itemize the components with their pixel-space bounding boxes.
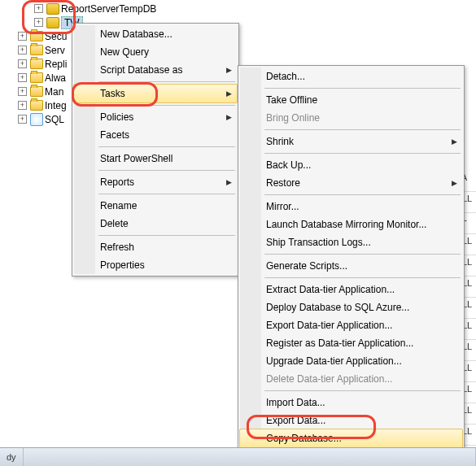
menu-item-rename[interactable]: Rename	[74, 197, 237, 215]
expand-icon[interactable]: +	[18, 46, 27, 54]
menu-item-start-powershell[interactable]: Start PowerShell	[74, 150, 237, 168]
expand-icon[interactable]: +	[18, 73, 27, 82]
menu-item-detach[interactable]: Detach...	[240, 68, 462, 85]
expand-icon[interactable]: +	[18, 115, 27, 124]
status-text: dy	[0, 448, 24, 466]
menu-item-label: Detach...	[266, 71, 305, 82]
tree-label: SQL	[45, 114, 64, 125]
menu-item-script-database-as[interactable]: Script Database as▶	[74, 61, 237, 79]
tree-label: Secu	[45, 31, 67, 42]
menu-separator	[98, 81, 235, 82]
submenu-arrow-icon: ▶	[226, 178, 232, 186]
expand-icon[interactable]: +	[18, 87, 27, 96]
menu-item-generate-scripts[interactable]: Generate Scripts...	[240, 257, 462, 275]
menu-item-label: Start PowerShell	[100, 153, 172, 164]
menu-separator	[264, 153, 461, 154]
menu-item-label: Facets	[100, 129, 129, 141]
folder-icon	[30, 45, 43, 55]
tree-label: Serv	[45, 45, 65, 56]
menu-item-delete-data-tier-application: Delete Data-tier Application...	[240, 370, 462, 388]
submenu-arrow-icon: ▶	[452, 137, 457, 146]
menu-item-import-data[interactable]: Import Data...	[240, 394, 462, 412]
expand-icon[interactable]: +	[18, 59, 27, 68]
menu-item-label: Mirror...	[266, 201, 299, 212]
menu-separator	[98, 170, 235, 171]
menu-item-label: Launch Database Mirroring Monitor...	[266, 219, 426, 230]
expand-icon[interactable]: +	[18, 32, 27, 41]
menu-item-new-query[interactable]: New Query	[74, 43, 237, 61]
menu-item-label: Import Data...	[266, 397, 325, 408]
expand-icon[interactable]: +	[18, 101, 27, 110]
menu-item-label: Restore	[266, 177, 300, 189]
expand-icon[interactable]: +	[34, 18, 43, 27]
menu-separator	[98, 146, 235, 147]
menu-item-delete[interactable]: Delete	[74, 215, 237, 233]
sql-agent-icon	[30, 113, 43, 126]
menu-item-mirror[interactable]: Mirror...	[240, 198, 462, 216]
menu-item-label: Export Data-tier Application...	[266, 320, 392, 331]
menu-item-label: Properties	[100, 259, 145, 271]
menu-item-label: Register as Data-tier Application...	[266, 338, 413, 349]
menu-item-extract-data-tier-application[interactable]: Extract Data-tier Application...	[240, 281, 462, 298]
submenu-arrow-icon: ▶	[226, 89, 232, 98]
menu-item-tasks[interactable]: Tasks▶	[73, 84, 238, 103]
menu-item-label: Back Up...	[266, 159, 311, 171]
menu-item-restore[interactable]: Restore▶	[240, 174, 462, 192]
menu-item-label: Extract Data-tier Application...	[266, 284, 395, 295]
menu-separator	[264, 254, 461, 255]
menu-item-label: Upgrade Data-tier Application...	[266, 355, 402, 367]
menu-item-label: Rename	[100, 200, 137, 211]
menu-separator	[264, 277, 461, 278]
folder-icon	[30, 31, 43, 41]
menu-item-policies[interactable]: Policies▶	[74, 108, 237, 126]
menu-item-upgrade-data-tier-application[interactable]: Upgrade Data-tier Application...	[240, 352, 462, 370]
menu-item-export-data[interactable]: Export Data...	[240, 412, 462, 429]
tree-label: Alwa	[45, 72, 66, 84]
menu-item-label: Bring Online	[266, 112, 320, 124]
menu-separator	[264, 390, 461, 391]
menu-item-copy-database[interactable]: Copy Database...	[239, 429, 463, 448]
menu-item-label: Export Data...	[266, 415, 325, 426]
menu-item-refresh[interactable]: Refresh	[74, 238, 237, 256]
menu-item-label: Policies	[100, 111, 133, 123]
menu-separator	[264, 194, 461, 195]
menu-item-facets[interactable]: Facets	[74, 126, 237, 144]
database-icon	[46, 3, 59, 15]
menu-item-label: New Query	[100, 46, 149, 58]
menu-item-label: Delete Data-tier Application...	[266, 373, 392, 385]
menu-item-take-offline[interactable]: Take Offline	[240, 91, 462, 109]
tree-label: Integ	[45, 100, 67, 111]
tree-label: Repli	[45, 59, 67, 70]
folder-icon	[30, 100, 43, 111]
menu-item-properties[interactable]: Properties	[74, 256, 237, 274]
tree-item-reportserver[interactable]: + ReportServerTempDB	[2, 2, 229, 15]
folder-icon	[30, 72, 43, 83]
status-spacer	[24, 448, 476, 466]
menu-item-label: Generate Scripts...	[266, 260, 347, 272]
expand-icon[interactable]: +	[34, 4, 43, 13]
submenu-arrow-icon: ▶	[226, 113, 232, 121]
menu-separator	[98, 194, 235, 194]
menu-item-label: Refresh	[100, 242, 134, 253]
menu-item-deploy-database-to-sql-azure[interactable]: Deploy Database to SQL Azure...	[240, 298, 462, 316]
context-menu-database: New Database...New QueryScript Database …	[72, 23, 239, 277]
menu-item-launch-database-mirroring-monitor[interactable]: Launch Database Mirroring Monitor...	[240, 216, 462, 233]
menu-item-ship-transaction-logs[interactable]: Ship Transaction Logs...	[240, 233, 462, 251]
menu-item-register-as-data-tier-application[interactable]: Register as Data-tier Application...	[240, 334, 462, 352]
status-bar: dy	[0, 447, 476, 466]
menu-item-label: Take Offline	[266, 94, 317, 106]
submenu-arrow-icon: ▶	[226, 66, 232, 74]
menu-item-label: Shrink	[266, 136, 294, 147]
menu-item-new-database[interactable]: New Database...	[74, 25, 237, 43]
menu-item-label: Delete	[100, 218, 129, 229]
menu-item-export-data-tier-application[interactable]: Export Data-tier Application...	[240, 316, 462, 334]
tree-label: Man	[45, 86, 63, 98]
menu-item-back-up[interactable]: Back Up...	[240, 156, 462, 174]
menu-separator	[98, 105, 235, 106]
menu-item-shrink[interactable]: Shrink▶	[240, 133, 462, 150]
database-icon	[46, 17, 59, 28]
folder-icon	[30, 59, 43, 69]
tree-label: ReportServerTempDB	[61, 3, 156, 15]
menu-item-reports[interactable]: Reports▶	[74, 173, 237, 191]
menu-item-bring-online: Bring Online	[240, 109, 462, 127]
